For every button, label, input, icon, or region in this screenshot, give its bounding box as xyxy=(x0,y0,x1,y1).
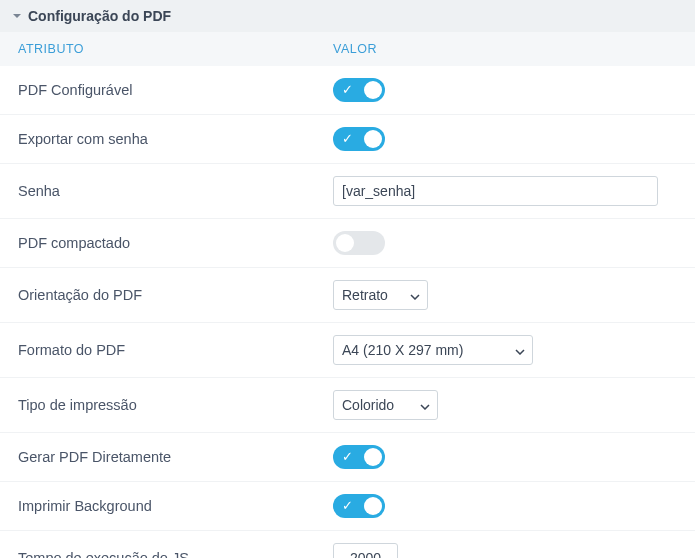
label-tempo-js: Tempo de execução do JS xyxy=(18,550,333,558)
formato-select[interactable]: A4 (210 X 297 mm) xyxy=(333,335,533,365)
check-icon: ✓ xyxy=(342,497,353,515)
label-pdf-compactado: PDF compactado xyxy=(18,235,333,251)
label-tipo-impressao: Tipo de impressão xyxy=(18,397,333,413)
senha-input[interactable] xyxy=(333,176,658,206)
label-exportar-senha: Exportar com senha xyxy=(18,131,333,147)
panel-title: Configuração do PDF xyxy=(28,8,171,24)
label-senha: Senha xyxy=(18,183,333,199)
orientacao-select[interactable]: Retrato xyxy=(333,280,428,310)
panel-header: Configuração do PDF xyxy=(0,0,695,32)
label-pdf-configuravel: PDF Configurável xyxy=(18,82,333,98)
label-orientacao: Orientação do PDF xyxy=(18,287,333,303)
column-header-attribute: ATRIBUTO xyxy=(18,42,333,56)
row-imprimir-bg: Imprimir Background ✓ xyxy=(0,482,695,531)
column-header-value: VALOR xyxy=(333,42,677,56)
toggle-imprimir-bg[interactable]: ✓ xyxy=(333,494,385,518)
row-tempo-js: Tempo de execução do JS xyxy=(0,531,695,558)
check-icon: ✓ xyxy=(342,130,353,148)
row-senha: Senha xyxy=(0,164,695,219)
row-formato: Formato do PDF A4 (210 X 297 mm) xyxy=(0,323,695,378)
column-header-row: ATRIBUTO VALOR xyxy=(0,32,695,66)
tipo-impressao-select[interactable]: Colorido xyxy=(333,390,438,420)
label-formato: Formato do PDF xyxy=(18,342,333,358)
check-icon: ✓ xyxy=(342,448,353,466)
collapse-icon[interactable] xyxy=(12,8,22,24)
tempo-js-input[interactable] xyxy=(333,543,398,558)
check-icon: ✓ xyxy=(342,81,353,99)
row-pdf-configuravel: PDF Configurável ✓ xyxy=(0,66,695,115)
toggle-pdf-configuravel[interactable]: ✓ xyxy=(333,78,385,102)
row-gerar-direto: Gerar PDF Diretamente ✓ xyxy=(0,433,695,482)
toggle-exportar-senha[interactable]: ✓ xyxy=(333,127,385,151)
label-gerar-direto: Gerar PDF Diretamente xyxy=(18,449,333,465)
row-orientacao: Orientação do PDF Retrato xyxy=(0,268,695,323)
row-pdf-compactado: PDF compactado xyxy=(0,219,695,268)
toggle-pdf-compactado[interactable] xyxy=(333,231,385,255)
toggle-gerar-direto[interactable]: ✓ xyxy=(333,445,385,469)
label-imprimir-bg: Imprimir Background xyxy=(18,498,333,514)
row-tipo-impressao: Tipo de impressão Colorido xyxy=(0,378,695,433)
row-exportar-senha: Exportar com senha ✓ xyxy=(0,115,695,164)
